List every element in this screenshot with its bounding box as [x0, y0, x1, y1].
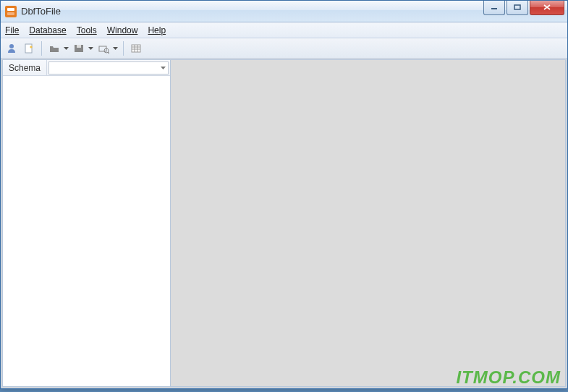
svg-rect-1: [514, 5, 520, 9]
main-panel: [171, 59, 566, 387]
schema-row: Schema: [3, 60, 170, 76]
folder-icon: [48, 43, 60, 54]
window-controls: [482, 1, 567, 15]
close-button[interactable]: [530, 1, 564, 15]
left-panel: Schema: [2, 59, 171, 387]
toolbar-save-button[interactable]: [71, 41, 87, 56]
minimize-icon: [491, 4, 498, 10]
svg-line-8: [108, 52, 109, 54]
chevron-down-icon: [161, 67, 166, 69]
toolbar-connect-button[interactable]: [4, 41, 20, 56]
toolbar-separator: [123, 41, 124, 56]
chevron-down-icon: [64, 47, 69, 50]
user-icon: [6, 43, 17, 54]
toolbar: [1, 38, 567, 59]
toolbar-save-dropdown[interactable]: [87, 41, 94, 56]
toolbar-split-1: [46, 41, 69, 56]
close-icon: [543, 4, 551, 10]
document-sparkle-icon: [23, 43, 35, 54]
schema-label: Schema: [3, 60, 47, 75]
window-title: DbfToFile: [21, 6, 482, 17]
svg-rect-5: [77, 45, 81, 48]
chevron-down-icon: [88, 47, 93, 50]
toolbar-separator: [41, 41, 42, 56]
toolbar-query-button[interactable]: [96, 41, 111, 56]
svg-rect-3: [25, 44, 32, 53]
schema-combobox[interactable]: [48, 61, 169, 74]
svg-point-2: [9, 44, 14, 48]
app-icon: [5, 6, 17, 17]
chevron-down-icon: [113, 47, 118, 50]
menu-help[interactable]: Help: [148, 25, 166, 35]
toolbar-grid-button[interactable]: [128, 41, 144, 56]
titlebar: DbfToFile: [1, 1, 567, 22]
content-area: Schema: [1, 59, 567, 388]
tree-view[interactable]: [3, 76, 170, 386]
app-window: DbfToFile File Database Tools Window Hel…: [0, 0, 568, 389]
maximize-icon: [514, 4, 521, 10]
toolbar-folder-button[interactable]: [46, 41, 62, 56]
svg-rect-0: [491, 8, 497, 9]
menu-file[interactable]: File: [5, 25, 19, 35]
menu-tools[interactable]: Tools: [77, 25, 97, 35]
grid-icon: [130, 43, 142, 54]
menu-database[interactable]: Database: [29, 25, 66, 35]
menu-window[interactable]: Window: [107, 25, 138, 35]
toolbar-split-2: [71, 41, 94, 56]
minimize-button[interactable]: [483, 1, 505, 15]
svg-rect-9: [132, 45, 140, 52]
toolbar-query-dropdown[interactable]: [111, 41, 119, 56]
query-icon: [98, 43, 109, 54]
toolbar-split-3: [96, 41, 119, 56]
menubar: File Database Tools Window Help: [1, 22, 567, 38]
save-icon: [73, 43, 85, 54]
toolbar-folder-dropdown[interactable]: [62, 41, 69, 56]
toolbar-new-button[interactable]: [21, 41, 37, 56]
maximize-button[interactable]: [506, 1, 528, 15]
